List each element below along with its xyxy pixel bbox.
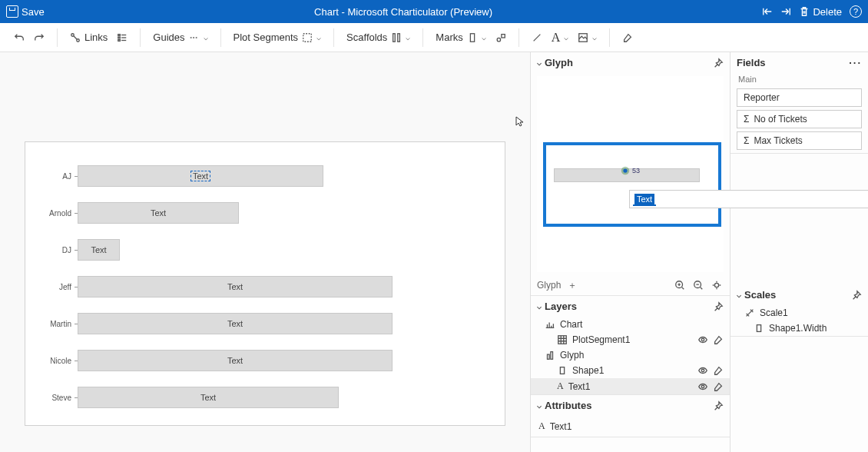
pin-icon[interactable] bbox=[851, 290, 862, 301]
scale-item[interactable]: Scale1 bbox=[731, 305, 868, 321]
delete-button[interactable]: Delete bbox=[799, 6, 842, 18]
save-button[interactable]: Save bbox=[6, 5, 45, 18]
dock-right-button[interactable] bbox=[780, 6, 791, 17]
legend-button[interactable] bbox=[114, 29, 131, 46]
undo-button[interactable] bbox=[11, 29, 28, 46]
collapse-toggle[interactable]: ⌵ bbox=[537, 58, 542, 67]
bar[interactable]: Text bbox=[78, 239, 120, 261]
delete-layer-button[interactable] bbox=[713, 334, 724, 345]
svg-point-23 bbox=[701, 385, 704, 388]
pin-icon[interactable] bbox=[713, 58, 724, 68]
bar-row[interactable]: SteveText bbox=[41, 382, 489, 413]
fields-table-name: Main bbox=[731, 73, 868, 85]
glyph-panel: ⌵ Glyph 53 Text ✓ bbox=[531, 52, 730, 296]
data-drop-indicator-icon bbox=[620, 165, 631, 176]
layer-text[interactable]: A Text1 bbox=[531, 378, 730, 394]
field-max-tickets[interactable]: Σ Max Tickets bbox=[737, 131, 862, 150]
links-button[interactable]: Links bbox=[67, 28, 111, 46]
dock-left-icon bbox=[762, 6, 773, 17]
bar[interactable]: Text bbox=[78, 165, 323, 187]
pin-icon[interactable] bbox=[713, 301, 724, 312]
svg-point-0 bbox=[71, 33, 75, 36]
icon-mark-button[interactable]: ⌵ bbox=[575, 29, 600, 46]
symbol-mark-button[interactable] bbox=[492, 29, 509, 46]
bar[interactable]: Text bbox=[78, 387, 339, 408]
delete-layer-button[interactable] bbox=[713, 381, 724, 392]
links-label: Links bbox=[84, 32, 108, 43]
chart-frame[interactable]: AJTextArnoldTextDJTextJeffTextMartinText… bbox=[25, 141, 505, 426]
svg-point-13 bbox=[623, 168, 627, 172]
zoom-in-button[interactable] bbox=[673, 278, 687, 292]
toolbar: Links Guides ⌵ Plot Segments ⌵ Scaffolds… bbox=[0, 23, 868, 52]
collapse-toggle[interactable]: ⌵ bbox=[537, 302, 542, 311]
links-icon bbox=[70, 32, 81, 43]
zoom-fit-button[interactable] bbox=[710, 278, 724, 292]
scales-panel: ⌵ Scales Scale1 Shape1.Width bbox=[731, 284, 868, 337]
add-glyph-button[interactable]: ＋ bbox=[565, 278, 579, 292]
bar-row[interactable]: AJText bbox=[41, 161, 489, 191]
bar[interactable]: Text bbox=[78, 313, 393, 334]
guides-icon bbox=[189, 32, 200, 43]
help-button[interactable]: ? bbox=[850, 5, 862, 18]
bar-row[interactable]: JeffText bbox=[41, 271, 489, 302]
svg-rect-8 bbox=[470, 33, 474, 42]
canvas-area[interactable]: AJTextArnoldTextDJTextJeffTextMartinText… bbox=[0, 52, 530, 452]
layer-label: PlotSegment1 bbox=[572, 334, 630, 345]
layer-plotsegment[interactable]: PlotSegment1 bbox=[531, 332, 730, 347]
scaffolds-button[interactable]: Scaffolds ⌵ bbox=[343, 28, 413, 46]
field-reporter[interactable]: Reporter bbox=[737, 88, 862, 107]
guides-button[interactable]: Guides ⌵ bbox=[150, 28, 210, 46]
layer-label: Shape1 bbox=[572, 365, 604, 376]
bar-row[interactable]: NicoleText bbox=[41, 345, 489, 376]
field-label: Reporter bbox=[744, 92, 780, 103]
layer-chart[interactable]: Chart bbox=[531, 317, 730, 332]
bar-text-mark: Text bbox=[227, 319, 243, 328]
chevron-down-icon: ⌵ bbox=[406, 33, 410, 42]
scale-prop-item[interactable]: Shape1.Width bbox=[731, 321, 868, 336]
collapse-toggle[interactable]: ⌵ bbox=[737, 291, 741, 299]
redo-button[interactable] bbox=[31, 29, 48, 46]
dock-left-button[interactable] bbox=[762, 6, 773, 17]
bar[interactable]: Text bbox=[78, 202, 239, 224]
layer-label: Text1 bbox=[568, 381, 591, 392]
text-mark-button[interactable]: A ⌵ bbox=[548, 28, 572, 48]
text-icon: A bbox=[557, 381, 564, 392]
pin-icon[interactable] bbox=[713, 400, 724, 411]
svg-rect-17 bbox=[558, 336, 567, 344]
field-no-of-tickets[interactable]: Σ No of Tickets bbox=[737, 110, 862, 128]
zoom-out-button[interactable] bbox=[691, 278, 705, 292]
glyph-canvas[interactable]: 53 Text ✓ bbox=[537, 76, 724, 272]
marks-button[interactable]: Marks ⌵ bbox=[432, 28, 489, 46]
attribute-current: Text1 bbox=[550, 421, 572, 432]
bar-row[interactable]: DJText bbox=[41, 234, 489, 265]
svg-point-9 bbox=[497, 38, 500, 41]
svg-rect-24 bbox=[757, 325, 760, 332]
layer-label: Chart bbox=[560, 319, 582, 330]
bar-row[interactable]: MartinText bbox=[41, 308, 489, 339]
svg-rect-7 bbox=[398, 33, 400, 42]
visibility-toggle[interactable] bbox=[697, 334, 708, 345]
more-button[interactable]: ··· bbox=[849, 57, 862, 68]
eraser-button[interactable] bbox=[619, 29, 636, 46]
layer-shape[interactable]: Shape1 bbox=[531, 363, 730, 378]
plot-segments-button[interactable]: Plot Segments ⌵ bbox=[230, 28, 325, 46]
text-mark-editor[interactable]: Text ✓ bbox=[629, 190, 868, 208]
bar-row[interactable]: ArnoldText bbox=[41, 198, 489, 228]
bar[interactable]: Text bbox=[78, 350, 393, 371]
svg-rect-10 bbox=[502, 34, 505, 37]
glyph-footer: Glyph ＋ bbox=[531, 275, 730, 295]
delete-layer-button[interactable] bbox=[713, 365, 724, 376]
svg-rect-5 bbox=[303, 33, 312, 42]
line-mark-button[interactable] bbox=[528, 29, 545, 46]
layer-label: Glyph bbox=[560, 350, 584, 361]
fields-panel: Fields ··· Main Reporter Σ No of Tickets… bbox=[731, 52, 868, 154]
collapse-toggle[interactable]: ⌵ bbox=[537, 401, 542, 410]
visibility-toggle[interactable] bbox=[697, 381, 708, 392]
visibility-toggle[interactable] bbox=[697, 365, 708, 376]
bar[interactable]: Text bbox=[78, 276, 393, 297]
bar-text-mark: Text bbox=[227, 356, 243, 365]
svg-rect-6 bbox=[393, 33, 396, 42]
zoom-out-icon bbox=[693, 280, 704, 291]
layer-glyph[interactable]: Glyph bbox=[531, 347, 730, 363]
text-editor-value[interactable]: Text bbox=[634, 194, 654, 204]
